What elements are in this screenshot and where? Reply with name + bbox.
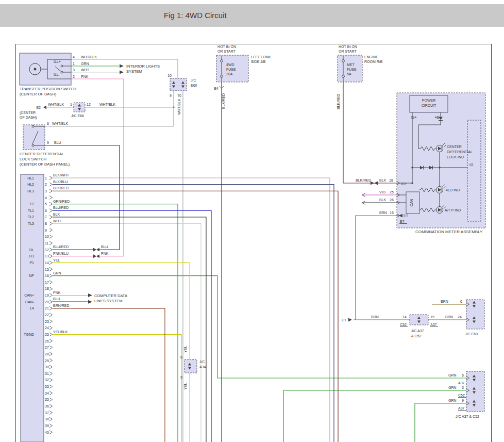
- pin-number: 12: [87, 103, 91, 106]
- wire-label-vertical: BLK/RED: [337, 94, 340, 109]
- pin-number: 19: [430, 315, 434, 319]
- jc-label: J/C E60: [465, 332, 478, 336]
- terminal-label: IG: [469, 163, 473, 167]
- ecu-pin-number: 20: [45, 300, 49, 304]
- pin-number: 24: [458, 315, 462, 319]
- ecu-wire-label: BLK/WHT: [53, 173, 70, 177]
- pin-number: 9: [170, 94, 172, 97]
- ecu-pin-number: 32: [45, 378, 49, 382]
- ecu-wire-label: GRN: [53, 271, 61, 275]
- wire-label: GRN: [448, 373, 457, 377]
- system-link-label: SYSTEM: [126, 69, 142, 74]
- system-link-label: INTERIOR LIGHTS: [126, 64, 160, 69]
- junction-dot: [439, 167, 440, 168]
- connector-label: E2: [36, 106, 41, 109]
- fuse-rating: 20A: [226, 72, 233, 76]
- hot-label: HOT IN ON: [339, 45, 357, 48]
- ecu-signal-label: LO: [29, 254, 35, 258]
- ecu-signal-label: TL3: [28, 222, 34, 225]
- ecu-pin-number: 26: [45, 339, 49, 343]
- indicator-label: LOCK IND: [447, 155, 464, 159]
- wire-label: BLK: [379, 198, 387, 202]
- wire-label: BLK/RED: [356, 178, 371, 182]
- wire-label: WHT/BLK: [81, 55, 97, 59]
- pin-number: 4: [73, 55, 75, 59]
- wire-label: GRN: [448, 386, 457, 389]
- ecu-pin-number: 37: [45, 411, 49, 415]
- ecu-signal-label: HL1: [27, 176, 34, 180]
- fuse-name: FUSE: [226, 68, 236, 71]
- ecu-wire-label: PNK/BLU: [53, 252, 69, 255]
- pin-number: 3: [73, 68, 75, 72]
- ecu-pin-number: 21: [45, 306, 49, 310]
- pin-number: 6: [47, 122, 49, 125]
- wire-label: WHT: [81, 68, 90, 72]
- ecu-signal-label: DL: [29, 248, 34, 252]
- ecu-wire-label: BRN/RED: [53, 304, 70, 307]
- fuse-rating: 5A: [347, 72, 351, 76]
- ecu-signal-label: L4: [30, 306, 34, 310]
- hot-label: HOT IN ON: [217, 45, 236, 48]
- pin-number: 14: [402, 315, 407, 319]
- ecu-pin-number: 15: [45, 268, 49, 271]
- computer-data-link: COMPUTER DATA LINES SYSTEM: [88, 293, 127, 304]
- ill-minus-label: ILL-: [54, 73, 60, 76]
- ground-label: E7: [400, 220, 405, 223]
- wire-label: WHT/BLK: [48, 103, 64, 106]
- ecu-pin-number: 30: [45, 365, 49, 369]
- jc-a34-box: [184, 359, 197, 373]
- wire-label: BRN: [371, 315, 379, 319]
- component-caption: (CENTER OF DASH PANEL): [20, 162, 70, 167]
- ecu-pin-number: 40: [45, 431, 49, 434]
- component-caption: COMBINATION METER ASSEMBLY: [415, 230, 483, 234]
- fuse-name: 4WD: [226, 63, 234, 67]
- wire-label: VIO: [379, 190, 386, 194]
- terminal-label: IG+: [411, 116, 416, 119]
- jc-label: J/C A37 & C52: [456, 415, 479, 418]
- wire-label: BRN: [445, 315, 453, 319]
- hot-label: OR START: [339, 50, 357, 53]
- ecu-wire-label: BLK: [53, 212, 60, 216]
- hot-label: OR START: [217, 50, 236, 53]
- pin-number: 6: [462, 373, 464, 377]
- location-label: (CENTER: [20, 111, 36, 115]
- jc-label: E60: [191, 84, 197, 87]
- ecu-wire-label: BLU/RED: [53, 245, 69, 249]
- wire-label-vertical: WHT/BLK: [177, 99, 181, 114]
- jc-label: J/C A37: [411, 329, 424, 333]
- ecu-wire-label: BLU: [53, 297, 60, 301]
- ecu-pin-number: 38: [45, 417, 49, 421]
- ecu-pin-number: 25: [45, 333, 49, 336]
- power-circuit-label: POWER: [422, 99, 435, 102]
- relay-box-label: ROOM R/B: [364, 60, 383, 63]
- location-label: OF DASH): [20, 116, 37, 120]
- can-label: CAN: [410, 199, 413, 207]
- page: Fig 1: 4WD Circuit: [0, 0, 504, 442]
- wire-label: BRN: [379, 211, 387, 215]
- ecu-pin-number: 17: [45, 281, 49, 284]
- connector-label: A37: [458, 406, 465, 410]
- ecu-pin-number: 14: [45, 261, 49, 265]
- ecu-pin-number: 3: [45, 189, 47, 193]
- wire-label: GRN: [81, 62, 89, 66]
- terminal-label: +B: [434, 116, 439, 119]
- connector-label: C52: [400, 323, 407, 326]
- ecu-signal-label: TGND: [24, 333, 34, 336]
- connector-label: C1: [342, 318, 346, 322]
- ecu-pin-number: 22: [45, 313, 49, 317]
- ecu-pin-number: 31: [45, 372, 49, 375]
- component-caption: LOCK SWITCH: [20, 157, 46, 161]
- ecu-pin-number: 34: [45, 391, 49, 395]
- junction-dot: [411, 167, 413, 168]
- ecu-pin-number: 12: [45, 248, 49, 252]
- ecu-pin-number: 13: [45, 254, 49, 258]
- ecu-wire-label: WHT: [53, 219, 62, 223]
- wire-label: GRN: [448, 399, 457, 402]
- wire-label: BRN: [441, 300, 448, 303]
- pin-number: 6: [460, 300, 462, 303]
- pin-number: 26: [390, 198, 394, 202]
- pin-number: 8: [180, 355, 182, 359]
- ecu-signal-label: HL3: [27, 189, 34, 193]
- ecu-pin-number: 28: [45, 352, 49, 356]
- junction-dot: [411, 182, 413, 184]
